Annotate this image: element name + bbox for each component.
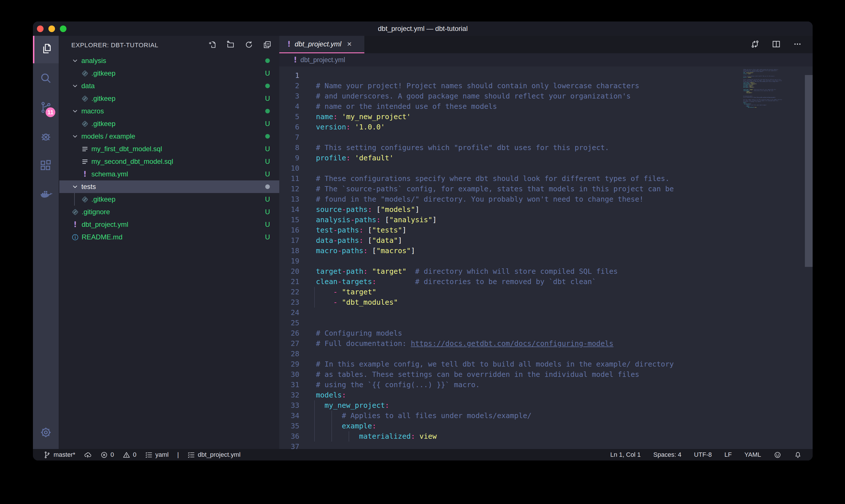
code-line-16: 16test-paths: ["tests"]: [279, 225, 738, 235]
indent-guide: [314, 297, 315, 308]
close-window-button[interactable]: [37, 25, 43, 32]
collapse-folders-icon[interactable]: [263, 40, 272, 50]
code-line-34: 34 # Applies to all files under models/e…: [279, 411, 738, 421]
screenshot-canvas: dbt_project.yml — dbt-tutorial 11: [0, 0, 845, 504]
tree-file--gitignore[interactable]: .gitignoreU: [59, 205, 279, 218]
minimap[interactable]: # Name your project! Project names shoul…: [743, 68, 804, 449]
activity-explorer[interactable]: [33, 36, 59, 63]
tree-item-label: dbt_project.yml: [82, 220, 128, 229]
status-yaml[interactable]: YAML: [744, 451, 761, 458]
git-modified-dot: [264, 57, 271, 65]
status-smiley[interactable]: [774, 451, 781, 459]
split-editor-icon[interactable]: [771, 39, 781, 50]
code-line-2: 2# Name your project! Project names shou…: [279, 81, 738, 91]
status-checklist[interactable]: yaml: [145, 451, 168, 459]
close-tab-icon[interactable]: ×: [347, 39, 352, 49]
code-editor[interactable]: 12# Name your project! Project names sho…: [279, 67, 813, 449]
tree-file--gitkeep[interactable]: .gitkeepU: [59, 118, 279, 130]
indent-guide: [331, 431, 332, 442]
breadcrumb-item-filename[interactable]: dbt_project.yml: [301, 56, 345, 64]
tree-folder-models-example[interactable]: models / example: [59, 130, 279, 143]
line-number: 22: [279, 287, 299, 297]
line-number: 7: [279, 132, 299, 143]
status-error[interactable]: 0: [100, 451, 114, 459]
status-checklist[interactable]: dbt_project.yml: [187, 451, 240, 459]
explorer-title: EXPLORER: DBT-TUTORIAL: [71, 41, 158, 49]
line-number: 37: [279, 442, 299, 449]
activity-search[interactable]: [33, 65, 59, 92]
more-actions-icon[interactable]: [793, 39, 802, 50]
code-line-15: 15analysis-paths: ["analysis"]: [279, 215, 738, 225]
indent-guide: [314, 421, 315, 431]
status-warning[interactable]: 0: [123, 451, 136, 459]
breadcrumb[interactable]: ! dbt_project.yml: [279, 53, 813, 67]
line-number: 2: [279, 81, 299, 91]
tab-bar: ! dbt_project.yml ×: [279, 36, 813, 53]
tree-file--gitkeep[interactable]: .gitkeepU: [59, 193, 279, 205]
tree-file-dbt-project-yml[interactable]: !dbt_project.ymlU: [59, 218, 279, 231]
tree-item-label: my_first_dbt_model.sql: [91, 145, 162, 153]
line-number: 17: [279, 235, 299, 246]
code-line-18: 18macro-paths: ["macros"]: [279, 246, 738, 256]
tree-item-label: .gitkeep: [91, 94, 115, 103]
tree-folder-macros[interactable]: macros: [59, 105, 279, 118]
tree-folder-tests[interactable]: tests: [59, 180, 279, 193]
line-number: 23: [279, 297, 299, 308]
tree-file-my-second-dbt-model-sql[interactable]: my_second_dbt_model.sqlU: [59, 155, 279, 168]
line-number: 13: [279, 194, 299, 204]
activity-settings[interactable]: [33, 419, 59, 447]
tab-dbt-project-yml[interactable]: ! dbt_project.yml ×: [279, 36, 364, 53]
refresh-icon[interactable]: [244, 40, 253, 50]
line-number: 34: [279, 411, 299, 421]
activity-debug[interactable]: [33, 123, 59, 151]
explorer-sidebar: EXPLORER: DBT-TUTORIAL analysis.gitkeepU…: [59, 36, 279, 449]
indent-guide: [314, 287, 315, 297]
line-number: 4: [279, 101, 299, 112]
status-bell[interactable]: [794, 451, 802, 459]
activity-docker[interactable]: [33, 182, 59, 209]
code-line-7: 7: [279, 132, 738, 143]
git-untracked-badge: U: [264, 94, 271, 103]
status-lf[interactable]: LF: [724, 451, 732, 458]
status-utf-8[interactable]: UTF-8: [694, 451, 712, 458]
cloud-upload-icon: [84, 451, 92, 459]
git-untracked-badge: U: [264, 195, 271, 203]
minimize-window-button[interactable]: [49, 25, 55, 32]
new-file-icon[interactable]: [208, 40, 217, 50]
activity-source-control[interactable]: 11: [33, 94, 59, 122]
tree-folder-data[interactable]: data: [59, 79, 279, 92]
tree-folder-analysis[interactable]: analysis: [59, 54, 279, 67]
line-number: 19: [279, 256, 299, 266]
zoom-window-button[interactable]: [60, 25, 67, 32]
tree-file--gitkeep[interactable]: .gitkeepU: [59, 67, 279, 79]
tree-file-schema-yml[interactable]: !schema.ymlU: [59, 168, 279, 180]
status-spaces-4[interactable]: Spaces: 4: [653, 451, 681, 458]
code-line-21: 21clean-targets: # directories to be rem…: [279, 277, 738, 287]
git-untracked-badge: U: [264, 233, 271, 241]
sql-file-icon: [81, 158, 89, 165]
line-number: 18: [279, 246, 299, 256]
explorer-header: EXPLORER: DBT-TUTORIAL: [59, 36, 279, 54]
activity-extensions[interactable]: [33, 152, 59, 180]
git-branch-icon: [43, 451, 51, 459]
status-label: 0: [111, 451, 114, 458]
tree-file-readme-md[interactable]: README.mdU: [59, 231, 279, 244]
tree-file--gitkeep[interactable]: .gitkeepU: [59, 92, 279, 105]
code-line-19: 19: [279, 256, 738, 266]
line-number: 31: [279, 380, 299, 390]
tree-file-my-first-dbt-model-sql[interactable]: my_first_dbt_model.sqlU: [59, 143, 279, 155]
bug-icon: [39, 130, 52, 144]
title-bar[interactable]: dbt_project.yml — dbt-tutorial: [33, 21, 813, 36]
tree-item-label: analysis: [82, 57, 106, 65]
tree-item-label: .gitkeep: [91, 120, 115, 128]
status-cloud-upload[interactable]: [84, 451, 92, 459]
status-git-branch[interactable]: master*: [43, 451, 75, 459]
open-changes-icon[interactable]: [750, 39, 760, 50]
new-folder-icon[interactable]: [226, 40, 235, 50]
editor-scrollbar[interactable]: [805, 75, 813, 267]
status-ln-1-col-1[interactable]: Ln 1, Col 1: [610, 451, 641, 458]
git-modified-dot: [264, 82, 271, 90]
tree-item-label: .gitkeep: [91, 69, 115, 77]
line-number: 6: [279, 122, 299, 132]
gear-icon: [39, 426, 52, 440]
